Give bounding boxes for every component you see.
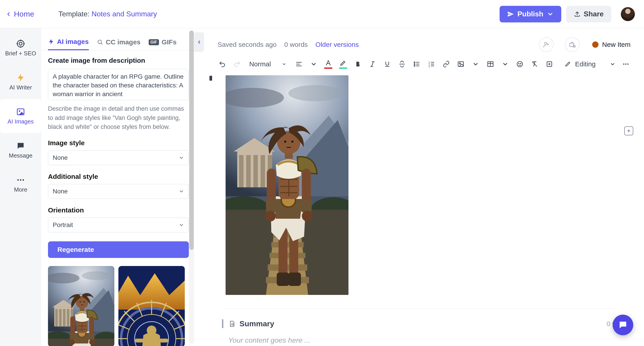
pencil-icon (564, 61, 571, 67)
chevron-left-icon (6, 11, 12, 17)
home-link[interactable]: Home (6, 10, 34, 18)
panel-scrollbar[interactable] (189, 30, 194, 344)
editing-mode-label: Editing (575, 60, 596, 68)
numbers-button[interactable]: 123 (427, 59, 436, 69)
strike-icon (398, 60, 406, 68)
user-avatar[interactable] (621, 7, 635, 21)
svg-point-83 (545, 42, 547, 45)
svg-point-100 (414, 64, 415, 64)
list-numbers-icon: 123 (428, 60, 435, 68)
new-item-label[interactable]: New Item (592, 41, 630, 48)
highlight-button[interactable] (338, 59, 348, 69)
publish-label: Publish (518, 10, 544, 18)
regenerate-button[interactable]: Regenerate (48, 241, 189, 258)
generated-image-1[interactable] (48, 266, 114, 346)
link-button[interactable] (442, 59, 451, 69)
list-bullets-icon (413, 60, 420, 68)
svg-point-78 (17, 179, 19, 181)
italic-button[interactable] (368, 59, 378, 69)
home-label: Home (14, 10, 34, 18)
summary-section: Summary 0 w Your content goes here ... (222, 308, 617, 345)
generated-image-2[interactable] (118, 266, 185, 346)
warrior-thumb-art (48, 266, 114, 346)
template-name[interactable]: Notes and Summary (92, 10, 157, 18)
chat-icon (618, 320, 628, 330)
create-title: Create image from description (48, 57, 189, 64)
select-value: Portrait (53, 221, 73, 229)
bolt-icon (48, 38, 54, 45)
italic-icon (369, 60, 376, 68)
clear-format-icon (531, 60, 538, 68)
table-dropdown[interactable] (500, 59, 510, 69)
redo-button[interactable] (232, 59, 242, 69)
rail-message[interactable]: Message (0, 133, 41, 167)
strike-button[interactable] (397, 59, 407, 69)
svg-line-89 (574, 46, 575, 47)
rail-label: More (14, 186, 27, 193)
emoji-button[interactable] (515, 59, 524, 69)
rail-more[interactable]: More (0, 167, 41, 201)
svg-point-101 (414, 65, 415, 66)
rail-ai-writer[interactable]: AI Writer (0, 65, 41, 99)
bold-button[interactable] (353, 59, 362, 69)
image-style-select[interactable]: None (48, 150, 189, 165)
clear-format-button[interactable] (530, 59, 539, 69)
insert-image-button[interactable] (456, 59, 466, 69)
align-left-icon (295, 60, 302, 68)
editor-canvas[interactable]: Summary 0 w Your content goes here ... (204, 75, 644, 346)
underline-icon (384, 60, 391, 68)
collapse-panel-button[interactable] (194, 32, 204, 52)
more-icon (16, 175, 25, 184)
prompt-input[interactable] (48, 69, 189, 100)
panel-scroll-thumb[interactable] (189, 30, 194, 250)
share-button[interactable]: Share (566, 6, 611, 22)
table-icon (487, 60, 494, 68)
image-style-label: Image style (48, 139, 189, 147)
image-icon (457, 60, 464, 68)
schedule-button[interactable] (565, 37, 580, 52)
chat-fab[interactable] (612, 315, 633, 335)
select-value: None (53, 188, 68, 195)
chevron-left-icon (197, 40, 202, 45)
redo-icon (234, 60, 240, 68)
additional-style-label: Additional style (48, 173, 189, 180)
additional-style-select[interactable]: None (48, 184, 189, 199)
editor-toolbar: Normal 123 Editing (204, 54, 644, 75)
tab-gifs[interactable]: GIF GIFs (149, 34, 177, 50)
align-dropdown[interactable] (309, 59, 318, 69)
inserted-image[interactable] (226, 75, 348, 295)
rail-label: AI Images (8, 118, 34, 125)
insert-block-button[interactable] (545, 59, 554, 69)
insert-image-dropdown[interactable] (471, 59, 480, 69)
chat-icon (16, 141, 25, 150)
side-rail: Brief + SEO AI Writer AI Images Message … (0, 28, 41, 346)
paragraph-style-select[interactable]: Normal (247, 60, 289, 68)
editing-mode-select[interactable]: Editing (564, 60, 616, 68)
undo-button[interactable] (218, 59, 227, 69)
publish-button[interactable]: Publish (500, 6, 562, 22)
rail-brief-seo[interactable]: Brief + SEO (0, 31, 41, 65)
image-icon (16, 107, 25, 116)
block-handle[interactable] (210, 76, 212, 81)
tab-label: AI images (57, 38, 89, 45)
svg-point-118 (520, 63, 521, 64)
underline-button[interactable] (382, 59, 392, 69)
older-versions-link[interactable]: Older versions (316, 41, 359, 48)
align-button[interactable] (294, 59, 304, 69)
plus-icon (626, 128, 631, 133)
table-button[interactable] (486, 59, 495, 69)
text-color-button[interactable] (324, 59, 333, 69)
toolbar-more-button[interactable] (621, 59, 630, 69)
tab-ai-images[interactable]: AI images (48, 34, 89, 50)
add-comment-button[interactable] (624, 126, 633, 135)
add-collaborator-button[interactable] (539, 37, 554, 52)
rail-ai-images[interactable]: AI Images (0, 99, 41, 133)
tab-cc-images[interactable]: CC images (97, 34, 140, 50)
summary-placeholder[interactable]: Your content goes here ... (228, 336, 617, 345)
svg-point-125 (628, 63, 628, 64)
orientation-select[interactable]: Portrait (48, 218, 189, 232)
svg-point-77 (19, 110, 20, 112)
bullets-button[interactable] (412, 59, 422, 69)
send-icon (507, 11, 514, 17)
chevron-down-icon (472, 60, 479, 68)
